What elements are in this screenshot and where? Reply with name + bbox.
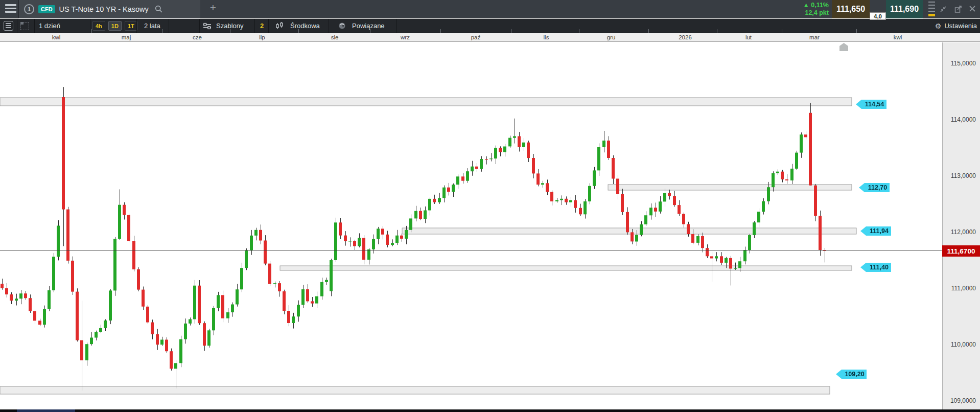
candle-body bbox=[221, 295, 224, 318]
interval-button-1t[interactable]: 1T bbox=[125, 21, 137, 31]
y-axis-tick-label: 111,0000 bbox=[951, 285, 976, 292]
interval-button-1d[interactable]: 1D bbox=[108, 21, 122, 31]
new-tab-button[interactable]: + bbox=[207, 2, 219, 14]
y-axis-tick-label: 115,0000 bbox=[951, 60, 976, 67]
candle-body bbox=[597, 147, 600, 170]
candle-body bbox=[189, 319, 192, 324]
candle-body bbox=[725, 258, 728, 263]
candle-body bbox=[301, 289, 305, 305]
candle-body bbox=[57, 226, 60, 257]
popout-icon[interactable] bbox=[954, 5, 963, 13]
candle-body bbox=[795, 153, 798, 169]
x-axis-time[interactable]: kwimajczelipsiewrzpaźlisgru2026lutmarkwi bbox=[0, 33, 980, 42]
candle-body bbox=[499, 148, 502, 152]
candle-body bbox=[649, 208, 652, 215]
candle-body bbox=[127, 215, 130, 241]
candle-body bbox=[372, 239, 375, 249]
interval-current-label[interactable]: 1 dzień bbox=[39, 19, 60, 33]
candle-body bbox=[696, 236, 699, 243]
price-level-tag[interactable]: 111,40 bbox=[860, 263, 891, 272]
candle-body bbox=[691, 234, 694, 243]
menu-icon[interactable] bbox=[5, 4, 16, 14]
price-level-tag[interactable]: 114,54 bbox=[856, 100, 886, 109]
candle-body bbox=[283, 291, 286, 311]
candle-body bbox=[508, 138, 511, 147]
order-list-icon[interactable] bbox=[4, 19, 13, 33]
candle-body bbox=[819, 216, 822, 250]
candle-body bbox=[748, 235, 751, 250]
price-level-tag[interactable]: 112,70 bbox=[859, 183, 890, 192]
candle-body bbox=[513, 136, 516, 138]
x-axis-month-label: maj bbox=[122, 34, 131, 40]
candlestick-plot[interactable] bbox=[0, 42, 942, 409]
candle-body bbox=[489, 158, 493, 159]
bid-price-button[interactable]: 111,650 bbox=[832, 0, 870, 18]
candle-body bbox=[682, 214, 685, 224]
candle-body bbox=[109, 290, 112, 321]
price-level-tag[interactable]: 111,94 bbox=[860, 226, 891, 236]
candle-body bbox=[15, 299, 18, 301]
y-axis-price[interactable]: 115,0000114,0000113,0000112,0000111,0000… bbox=[942, 42, 980, 409]
candle-body bbox=[179, 339, 182, 363]
support-resistance-zone[interactable] bbox=[0, 98, 852, 106]
candle-body bbox=[344, 236, 347, 241]
settings-button[interactable]: ⚙ Ustawienia bbox=[935, 19, 977, 33]
x-axis-month-label: kwi bbox=[894, 34, 902, 40]
support-resistance-zone[interactable] bbox=[0, 386, 830, 394]
x-axis-tick bbox=[440, 29, 441, 33]
candle-body bbox=[635, 235, 638, 242]
candle-body bbox=[330, 260, 333, 291]
candle-body bbox=[673, 196, 676, 205]
support-resistance-zone[interactable] bbox=[280, 266, 852, 270]
candle-body bbox=[424, 211, 427, 219]
y-axis-tick-label: 109,0000 bbox=[950, 397, 976, 404]
candle-body bbox=[485, 159, 488, 159]
x-axis-month-label: paź bbox=[471, 34, 481, 40]
candle-body bbox=[76, 292, 79, 340]
candle-body bbox=[245, 250, 248, 268]
toolbar-divider bbox=[199, 19, 200, 33]
interval-button-4h[interactable]: 4h bbox=[92, 21, 105, 31]
candle-body bbox=[268, 264, 271, 284]
candle-body bbox=[19, 293, 22, 299]
candle-body bbox=[264, 241, 267, 264]
instrument-tab[interactable]: 1 CFD US T-Note 10 YR - Kasowy bbox=[19, 0, 200, 18]
candle-body bbox=[678, 205, 681, 214]
support-resistance-zone[interactable] bbox=[402, 228, 856, 234]
overlay-label[interactable]: Środkowa bbox=[290, 19, 320, 33]
spread-badge: 4,0 bbox=[870, 12, 886, 20]
candle-body bbox=[170, 351, 173, 369]
close-icon[interactable] bbox=[969, 5, 976, 12]
candle-body bbox=[95, 332, 98, 338]
panel-stack-icon[interactable] bbox=[928, 2, 935, 18]
search-icon[interactable] bbox=[155, 5, 163, 13]
chart-area[interactable]: 114,54112,70111,94111,40109,20 bbox=[0, 42, 942, 409]
candle-body bbox=[785, 179, 788, 180]
collapse-icon[interactable] bbox=[939, 5, 947, 13]
range-label[interactable]: 2 lata bbox=[144, 19, 160, 33]
candle-body bbox=[160, 340, 164, 345]
x-axis-tick bbox=[782, 29, 782, 33]
layout-icon[interactable] bbox=[20, 19, 29, 33]
related-icon[interactable] bbox=[338, 19, 346, 33]
chart-number-badge: 1 bbox=[24, 4, 34, 14]
x-axis-tick bbox=[856, 29, 857, 33]
candle-body bbox=[579, 208, 582, 215]
candle-body bbox=[297, 305, 300, 316]
price-level-tag[interactable]: 109,20 bbox=[836, 370, 867, 379]
candle-body bbox=[165, 340, 168, 352]
indicator-icon[interactable] bbox=[275, 19, 286, 33]
candle-body bbox=[433, 199, 436, 202]
candle-body bbox=[631, 232, 634, 241]
candle-body bbox=[522, 143, 525, 147]
ask-price-button[interactable]: 111,690 bbox=[886, 0, 923, 18]
candle-body bbox=[259, 230, 262, 241]
related-label[interactable]: Powiązane bbox=[352, 19, 385, 33]
candle-body bbox=[198, 286, 201, 324]
candle-body bbox=[5, 288, 8, 294]
x-axis-month-label: lis bbox=[544, 34, 549, 40]
x-axis-tick bbox=[230, 29, 230, 33]
candle-body bbox=[118, 205, 121, 239]
templates-icon[interactable] bbox=[203, 19, 212, 33]
change-points: 12,4 pkt bbox=[805, 9, 829, 16]
